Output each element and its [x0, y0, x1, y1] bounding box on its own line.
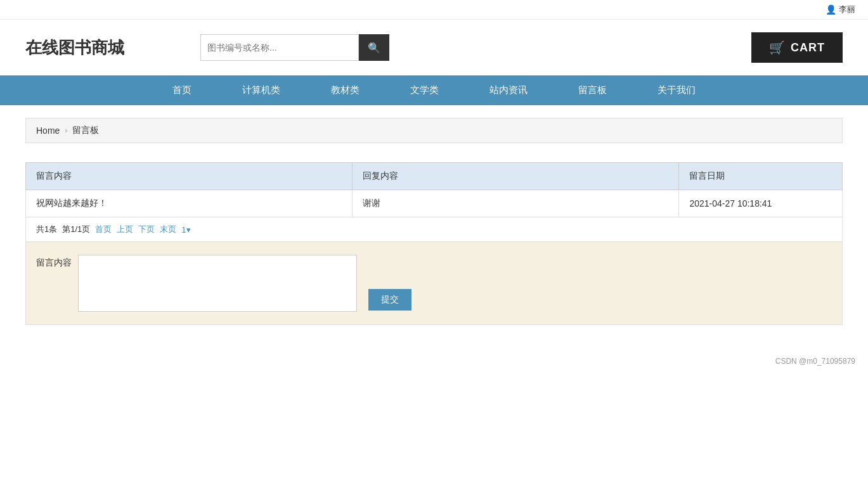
breadcrumb-home[interactable]: Home [36, 125, 60, 136]
pagination: 共1条 第1/1页 首页 上页 下页 末页 1▾ [25, 217, 843, 242]
nav-item-home[interactable]: 首页 [147, 75, 217, 105]
cell-message: 祝网站越来越好！ [26, 190, 353, 217]
pagination-first[interactable]: 首页 [95, 224, 112, 235]
pagination-page-info: 第1/1页 [62, 224, 90, 235]
message-textarea[interactable] [78, 255, 357, 312]
cell-reply: 谢谢 [353, 190, 679, 217]
pagination-next[interactable]: 下页 [138, 224, 155, 235]
submit-button[interactable]: 提交 [368, 289, 411, 311]
dropdown-arrow-icon: ▾ [186, 225, 191, 234]
pagination-page-num[interactable]: 1▾ [181, 225, 190, 234]
breadcrumb-separator: › [65, 126, 67, 135]
cell-date: 2021-04-27 10:18:41 [679, 190, 843, 217]
nav-item-news[interactable]: 站内资讯 [464, 75, 553, 105]
search-area: 🔍 [200, 34, 454, 61]
top-bar: 👤 李丽 [0, 0, 868, 20]
search-input[interactable] [200, 34, 359, 61]
cart-icon: 🛒 [769, 40, 786, 55]
nav-item-guestbook[interactable]: 留言板 [553, 75, 632, 105]
breadcrumb: Home › 留言板 [25, 118, 843, 143]
cart-button[interactable]: 🛒 CART [751, 32, 843, 63]
nav-item-about[interactable]: 关于我们 [632, 75, 721, 105]
nav-item-computer[interactable]: 计算机类 [217, 75, 306, 105]
pagination-prev[interactable]: 上页 [117, 224, 133, 235]
nav-item-literature[interactable]: 文学类 [385, 75, 464, 105]
username: 李丽 [839, 4, 855, 15]
navigation: 首页 计算机类 教材类 文学类 站内资讯 留言板 关于我们 [0, 75, 868, 105]
site-title: 在线图书商城 [25, 37, 124, 59]
user-icon: 👤 [826, 4, 836, 15]
message-form-area: 留言内容 提交 [25, 242, 843, 325]
form-label: 留言内容 [36, 255, 72, 269]
cart-label: CART [791, 41, 825, 55]
pagination-summary: 共1条 [36, 224, 57, 235]
main-content: Home › 留言板 留言内容 回复内容 留言日期 祝网站越来越好！ 谢谢 20… [0, 105, 868, 338]
col-header-date: 留言日期 [679, 163, 843, 190]
col-header-reply: 回复内容 [353, 163, 679, 190]
nav-item-textbook[interactable]: 教材类 [306, 75, 385, 105]
message-table: 留言内容 回复内容 留言日期 祝网站越来越好！ 谢谢 2021-04-27 10… [25, 162, 843, 217]
pagination-last[interactable]: 末页 [160, 224, 176, 235]
search-button[interactable]: 🔍 [359, 34, 389, 61]
footer-note: CSDN @m0_71095879 [0, 350, 868, 372]
col-header-message: 留言内容 [26, 163, 353, 190]
header: 在线图书商城 🔍 🛒 CART [0, 20, 868, 75]
table-header-row: 留言内容 回复内容 留言日期 [26, 163, 843, 190]
page-num-text: 1 [181, 225, 186, 234]
breadcrumb-current: 留言板 [72, 125, 99, 136]
search-icon: 🔍 [368, 42, 380, 54]
user-info: 👤 李丽 [826, 4, 855, 15]
table-row: 祝网站越来越好！ 谢谢 2021-04-27 10:18:41 [26, 190, 843, 217]
